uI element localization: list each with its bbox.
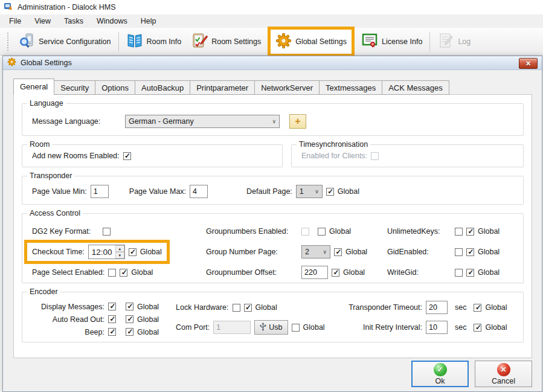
lock-hardware-label: Lock Hardware: bbox=[176, 303, 229, 312]
page-value-max-input[interactable] bbox=[190, 185, 208, 198]
lock-hardware-global-checkbox[interactable] bbox=[244, 304, 252, 312]
menu-tasks[interactable]: Tasks bbox=[57, 14, 90, 28]
checkout-time-spinner[interactable]: 12:00 ▲▼ bbox=[88, 245, 125, 259]
message-language-select[interactable]: German - Germany ∨ bbox=[125, 115, 280, 128]
default-page-select[interactable]: 1 ∨ bbox=[296, 185, 323, 198]
transponder-timeout-global-checkbox[interactable] bbox=[474, 304, 481, 312]
dg2-key-format-checkbox[interactable] bbox=[103, 228, 111, 236]
ok-button[interactable]: ✓ Ok bbox=[411, 361, 469, 387]
tab-general[interactable]: General bbox=[13, 79, 54, 95]
toolbar-license-info-button[interactable]: License Info bbox=[356, 29, 427, 54]
encoder-column-1: Display Messages: Global Auto Read Out: … bbox=[30, 300, 176, 338]
menu-help[interactable]: Help bbox=[134, 14, 163, 28]
dialog-close-button[interactable]: ✕ bbox=[519, 58, 538, 69]
encoder-column-3: Transponder Timeout: sec Global Init Ret… bbox=[336, 300, 523, 338]
gidenabled-global-checkbox[interactable] bbox=[466, 248, 474, 256]
group-number-page-select[interactable]: 2 ∨ bbox=[301, 245, 330, 259]
room-group: Room Add new Rooms Enabled: bbox=[22, 144, 283, 167]
beep-global-label: Global bbox=[137, 328, 159, 336]
groupnumbers-enabled-label: Groupnumbers Enabled: bbox=[206, 227, 298, 236]
menu-view[interactable]: View bbox=[28, 14, 57, 28]
add-new-rooms-checkbox[interactable] bbox=[123, 152, 131, 160]
window-titlebar: Administration - Dialock HMS bbox=[0, 0, 543, 14]
page-value-min-input[interactable] bbox=[91, 185, 109, 198]
lock-hardware-checkbox[interactable] bbox=[233, 304, 240, 312]
groupnumber-offset-global-label: Global bbox=[343, 268, 365, 277]
usb-button[interactable]: Usb bbox=[254, 320, 288, 335]
toolbar-service-configuration-button[interactable]: Service Configuration bbox=[13, 29, 116, 54]
page-select-enabled-checkbox[interactable] bbox=[108, 269, 116, 277]
toolbar: Service Configuration Room Info Room Set… bbox=[0, 28, 543, 56]
toolbar-license-info-label: License Info bbox=[382, 37, 422, 46]
chevron-down-icon: ∨ bbox=[272, 118, 276, 124]
com-port-input bbox=[213, 321, 251, 334]
init-retry-interval-global-checkbox[interactable] bbox=[474, 324, 481, 332]
spinner-down-button[interactable]: ▼ bbox=[115, 252, 124, 259]
beep-checkbox[interactable] bbox=[108, 328, 116, 336]
group-number-page-global-checkbox[interactable] bbox=[334, 248, 342, 256]
page-select-enabled-label: Page Select Enabled: bbox=[32, 268, 104, 277]
access-control-column-3: UnlimetedKeys: Global GidEnabled: Global bbox=[387, 221, 523, 283]
groupnumbers-global-checkbox[interactable] bbox=[318, 228, 326, 236]
page-select-global-label: Global bbox=[131, 268, 153, 277]
dialog-title: Global Settings bbox=[21, 59, 72, 67]
general-tab-page: Language Message Language: German - Germ… bbox=[13, 94, 532, 358]
annotation-box-checkout-time: Checkout Time: 12:00 ▲▼ Global bbox=[24, 240, 170, 264]
init-retry-interval-label: Init Retry Interval: bbox=[336, 323, 422, 332]
service-configuration-icon bbox=[18, 32, 35, 51]
tab-ack-messages[interactable]: ACK Messages bbox=[382, 80, 449, 95]
display-messages-global-checkbox[interactable] bbox=[126, 303, 133, 310]
tab-networkserver[interactable]: NetworkServer bbox=[255, 80, 320, 95]
writegid-global-checkbox[interactable] bbox=[466, 269, 474, 277]
display-messages-global-label: Global bbox=[137, 303, 159, 311]
auto-read-out-global-checkbox[interactable] bbox=[126, 315, 133, 323]
unlimetedkeys-global-checkbox[interactable] bbox=[466, 228, 474, 236]
groupnumber-offset-global-checkbox[interactable] bbox=[332, 269, 339, 277]
writegid-global-label: Global bbox=[478, 268, 500, 277]
groupnumbers-enabled-checkbox bbox=[301, 228, 309, 236]
group-number-page-value: 2 bbox=[305, 248, 309, 256]
toolbar-room-settings-label: Room Settings bbox=[211, 37, 261, 46]
add-language-button[interactable]: + bbox=[289, 114, 306, 129]
encoder-column-2: Lock Hardware: Global Com Port: bbox=[176, 300, 336, 338]
toolbar-global-settings-button[interactable]: Global Settings bbox=[271, 30, 352, 54]
tab-printparameter[interactable]: Printparameter bbox=[190, 80, 255, 95]
writegid-label: WriteGid: bbox=[387, 268, 451, 277]
transponder-timeout-input[interactable] bbox=[426, 301, 448, 314]
page-select-global-checkbox[interactable] bbox=[120, 269, 127, 277]
tab-security[interactable]: Security bbox=[54, 80, 95, 95]
toolbar-room-info-button[interactable]: Room Info bbox=[121, 29, 187, 54]
checkout-time-global-label: Global bbox=[140, 248, 162, 256]
dialog-gear-icon bbox=[7, 57, 16, 68]
spinner-up-button[interactable]: ▲ bbox=[115, 245, 124, 252]
beep-global-checkbox[interactable] bbox=[126, 328, 133, 336]
toolbar-room-settings-button[interactable]: Room Settings bbox=[186, 29, 266, 54]
encoder-group-title: Encoder bbox=[27, 288, 60, 296]
checkout-time-global-checkbox[interactable] bbox=[129, 248, 137, 256]
writegid-checkbox[interactable] bbox=[455, 269, 463, 277]
tab-strip: General Security Options AutoBackup Prin… bbox=[13, 79, 449, 95]
cancel-button[interactable]: ✕ Cancel bbox=[475, 361, 532, 387]
gidenabled-checkbox[interactable] bbox=[455, 248, 463, 256]
gidenabled-global-label: Global bbox=[478, 248, 500, 256]
tab-textmessages[interactable]: Textmessages bbox=[320, 80, 382, 95]
page-value-min-label: Page Value Min: bbox=[32, 187, 87, 196]
tab-autobackup[interactable]: AutoBackup bbox=[135, 80, 190, 95]
menu-file[interactable]: File bbox=[2, 14, 28, 28]
menu-windows[interactable]: Windows bbox=[90, 14, 134, 28]
init-retry-interval-input[interactable] bbox=[426, 321, 448, 334]
unlimetedkeys-checkbox[interactable] bbox=[455, 228, 463, 236]
group-number-page-label: Group Number Page: bbox=[206, 248, 298, 256]
groupnumber-offset-input[interactable] bbox=[301, 266, 328, 279]
tab-options[interactable]: Options bbox=[95, 80, 135, 95]
group-number-page-global-label: Global bbox=[345, 248, 367, 256]
com-port-global-label: Global bbox=[303, 323, 325, 332]
unlimetedkeys-label: UnlimetedKeys: bbox=[387, 227, 451, 236]
access-control-column-1: DG2 Key Format: Checkout Time: 12:00 ▲▼ bbox=[32, 221, 206, 283]
auto-read-out-global-label: Global bbox=[137, 315, 159, 324]
auto-read-out-checkbox[interactable] bbox=[108, 315, 116, 323]
message-language-value: German - Germany bbox=[129, 117, 194, 126]
com-port-global-checkbox[interactable] bbox=[292, 324, 300, 332]
display-messages-checkbox[interactable] bbox=[108, 303, 116, 310]
default-page-global-checkbox[interactable] bbox=[326, 188, 334, 196]
